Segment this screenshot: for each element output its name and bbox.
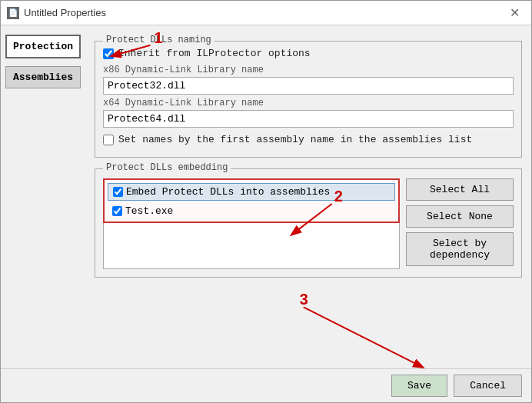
set-names-label: Set names by the first assembly name in … bbox=[118, 134, 472, 145]
x64-input[interactable] bbox=[103, 110, 514, 128]
embed-master-checkbox[interactable] bbox=[113, 187, 123, 197]
cancel-button[interactable]: Cancel bbox=[454, 375, 522, 397]
main-window: 📄 Untitled Properties ✕ Protection Assem… bbox=[0, 0, 532, 403]
sidebar: Protection Assemblies bbox=[1, 25, 85, 368]
window-icon: 📄 bbox=[7, 7, 19, 19]
set-names-checkbox[interactable] bbox=[103, 135, 114, 145]
protect-dlls-naming-group: Protect DLLs naming Inherit from ILProte… bbox=[95, 41, 522, 158]
x86-input[interactable] bbox=[103, 77, 514, 95]
embed-outer-box: Embed Protect DLLs into assemblies Test.… bbox=[103, 178, 400, 223]
inherit-checkbox-wrap: Inherit from ILProtector options bbox=[103, 48, 311, 59]
close-button[interactable]: ✕ bbox=[504, 5, 525, 22]
inherit-label: Inherit from ILProtector options bbox=[118, 48, 311, 59]
embed-list-empty-space bbox=[103, 223, 400, 269]
sidebar-item-protection[interactable]: Protection bbox=[5, 35, 81, 58]
embed-list-column: Embed Protect DLLs into assemblies Test.… bbox=[103, 178, 400, 269]
sidebar-item-assemblies[interactable]: Assemblies bbox=[5, 66, 81, 88]
inherit-checkbox[interactable] bbox=[103, 48, 114, 59]
protect-dlls-embedding-group: Protect DLLs embedding Embed Protect DLL… bbox=[95, 168, 522, 278]
set-names-wrap: Set names by the first assembly name in … bbox=[103, 134, 472, 145]
naming-group-label: Protect DLLs naming bbox=[103, 35, 214, 45]
window-title: Untitled Properties bbox=[24, 7, 106, 18]
embed-section: Embed Protect DLLs into assemblies Test.… bbox=[103, 178, 514, 269]
embed-list-item: Test.exe bbox=[108, 204, 395, 218]
set-names-row: Set names by the first assembly name in … bbox=[103, 134, 514, 145]
main-panel: Protect DLLs naming Inherit from ILProte… bbox=[85, 25, 531, 368]
select-none-button[interactable]: Select None bbox=[406, 205, 514, 228]
x64-label: x64 Dynamic-Link Library name bbox=[103, 98, 514, 108]
select-all-button[interactable]: Select All bbox=[406, 178, 514, 201]
embed-header: Embed Protect DLLs into assemblies bbox=[108, 183, 395, 201]
embed-label: Embed Protect DLLs into assemblies bbox=[126, 186, 330, 198]
embed-action-buttons: Select All Select None Select by depende… bbox=[406, 178, 514, 269]
test-exe-label: Test.exe bbox=[125, 205, 173, 217]
test-exe-checkbox[interactable] bbox=[112, 206, 122, 216]
content-area: Protection Assemblies Protect DLLs namin… bbox=[1, 25, 531, 368]
footer: Save Cancel bbox=[1, 368, 531, 402]
embedding-group-label: Protect DLLs embedding bbox=[103, 162, 231, 173]
x86-label: x86 Dynamic-Link Library name bbox=[103, 65, 514, 75]
select-by-dep-button[interactable]: Select by dependency bbox=[406, 232, 514, 266]
save-button[interactable]: Save bbox=[391, 375, 447, 397]
titlebar: 📄 Untitled Properties ✕ bbox=[1, 1, 531, 25]
inherit-row: Inherit from ILProtector options bbox=[103, 48, 514, 59]
titlebar-left: 📄 Untitled Properties bbox=[7, 7, 106, 19]
